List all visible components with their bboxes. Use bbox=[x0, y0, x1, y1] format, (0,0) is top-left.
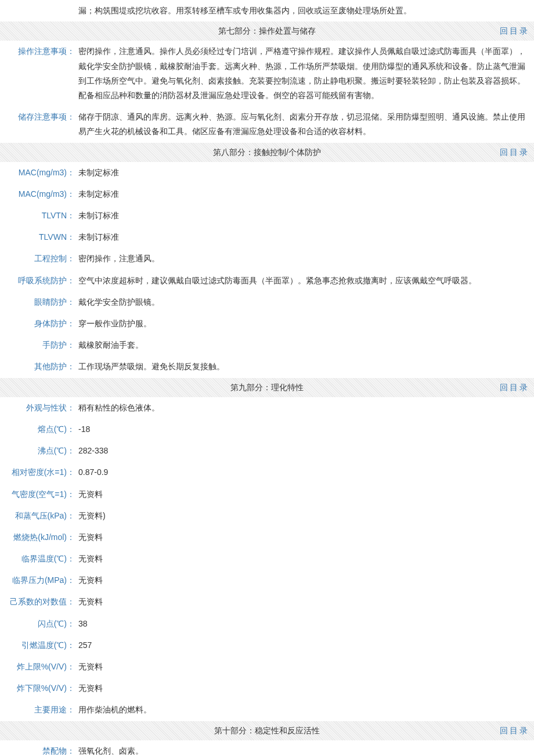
row-value: 漏；构筑围堤或挖坑收容。用泵转移至槽车或专用收集器内，回收或运至废物处理场所处置… bbox=[76, 0, 534, 21]
row-label: 炸下限%(V/V)： bbox=[0, 678, 76, 699]
row-value: 无资料 bbox=[76, 591, 534, 613]
table-row: TLVTN：未制订标准 bbox=[0, 205, 534, 226]
row-value: 0.87-0.9 bbox=[76, 462, 534, 483]
table-row: 临界压力(MPa)：无资料 bbox=[0, 570, 534, 591]
row-label: 气密度(空气=1)： bbox=[0, 484, 76, 505]
table-row: 临界温度(℃)：无资料 bbox=[0, 548, 534, 570]
row-label: 相对密度(水=1)： bbox=[0, 462, 76, 483]
section-header-7: 第七部分：操作处置与储存 回目录 bbox=[0, 21, 534, 41]
row-value: 未制订标准 bbox=[76, 226, 534, 248]
row-value: 储存于阴凉、通风的库房。远离火种、热源。应与氧化剂、卤素分开存放，切忌混储。采用… bbox=[76, 106, 534, 142]
row-value: 无资料 bbox=[76, 678, 534, 699]
table-row: 炸上限%(V/V)：无资料 bbox=[0, 656, 534, 678]
row-label: 工程控制： bbox=[0, 248, 76, 269]
section-header-8: 第八部分：接触控制/个体防护 回目录 bbox=[0, 143, 534, 162]
row-value: 无资料 bbox=[76, 570, 534, 591]
section-title: 第九部分：理化特性 bbox=[0, 380, 534, 395]
row-value: 未制定标准 bbox=[76, 183, 534, 205]
table-row: TLVWN：未制订标准 bbox=[0, 226, 534, 248]
table-row: 工程控制：密闭操作，注意通风。 bbox=[0, 248, 534, 269]
row-value: 戴化学安全防护眼镜。 bbox=[76, 291, 534, 313]
row-value: 38 bbox=[76, 613, 534, 635]
row-value: 密闭操作，注意通风。 bbox=[76, 248, 534, 269]
msds-table: 漏；构筑围堤或挖坑收容。用泵转移至槽车或专用收集器内，回收或运至废物处理场所处置… bbox=[0, 0, 534, 756]
row-value: 无资料 bbox=[76, 527, 534, 548]
table-row: 手防护：戴橡胶耐油手套。 bbox=[0, 334, 534, 356]
section-header-9: 第九部分：理化特性 回目录 bbox=[0, 378, 534, 397]
row-label: 临界温度(℃)： bbox=[0, 548, 76, 570]
table-row: 和蒸气压(kPa)：无资料) bbox=[0, 505, 534, 527]
row-label: 燃烧热(kJ/mol)： bbox=[0, 527, 76, 548]
row-label: 临界压力(MPa)： bbox=[0, 570, 76, 591]
row-label: 和蒸气压(kPa)： bbox=[0, 505, 76, 527]
row-value: 无资料 bbox=[76, 656, 534, 678]
section-header-10: 第十部分：稳定性和反应活性 回目录 bbox=[0, 721, 534, 740]
row-label: 其他防护： bbox=[0, 356, 76, 377]
section-title: 第七部分：操作处置与储存 bbox=[0, 24, 534, 38]
section-title: 第十部分：稳定性和反应活性 bbox=[0, 723, 534, 738]
table-row: 禁配物：强氧化剂、卤素。 bbox=[0, 740, 534, 756]
row-value: 用作柴油机的燃料。 bbox=[76, 699, 534, 721]
table-row: 燃烧热(kJ/mol)：无资料 bbox=[0, 527, 534, 548]
row-label: 己系数的对数值： bbox=[0, 591, 76, 613]
section-title: 第八部分：接触控制/个体防护 bbox=[0, 145, 534, 160]
table-row: 外观与性状：稍有粘性的棕色液体。 bbox=[0, 397, 534, 419]
table-row: 身体防护：穿一般作业防护服。 bbox=[0, 313, 534, 334]
table-row: 其他防护：工作现场严禁吸烟。避免长期反复接触。 bbox=[0, 356, 534, 377]
back-to-toc-link[interactable]: 回目录 bbox=[500, 24, 529, 38]
row-label: 眼睛防护： bbox=[0, 291, 76, 313]
row-label: 身体防护： bbox=[0, 313, 76, 334]
row-value: 稍有粘性的棕色液体。 bbox=[76, 397, 534, 419]
table-row: 相对密度(水=1)：0.87-0.9 bbox=[0, 462, 534, 483]
table-row: MAC(mg/m3)：未制定标准 bbox=[0, 183, 534, 205]
row-label: MAC(mg/m3)： bbox=[0, 183, 76, 205]
back-to-toc-link[interactable]: 回目录 bbox=[500, 380, 529, 395]
row-label bbox=[0, 0, 76, 21]
table-row: 储存注意事项： 储存于阴凉、通风的库房。远离火种、热源。应与氧化剂、卤素分开存放… bbox=[0, 106, 534, 142]
back-to-toc-link[interactable]: 回目录 bbox=[500, 145, 529, 160]
row-value: 无资料 bbox=[76, 484, 534, 505]
row-value: 空气中浓度超标时，建议佩戴自吸过滤式防毒面具（半面罩）。紧急事态抢救或撤离时，应… bbox=[76, 270, 534, 291]
row-label: 禁配物： bbox=[0, 740, 76, 756]
row-label: 引燃温度(℃)： bbox=[0, 635, 76, 656]
row-value: 无资料 bbox=[76, 548, 534, 570]
row-label: 储存注意事项： bbox=[0, 106, 76, 142]
row-value: 282-338 bbox=[76, 440, 534, 462]
row-label: 沸点(℃)： bbox=[0, 440, 76, 462]
table-row: 眼睛防护：戴化学安全防护眼镜。 bbox=[0, 291, 534, 313]
row-label: 主要用途： bbox=[0, 699, 76, 721]
row-label: 外观与性状： bbox=[0, 397, 76, 419]
row-value: 工作现场严禁吸烟。避免长期反复接触。 bbox=[76, 356, 534, 377]
table-row: 己系数的对数值：无资料 bbox=[0, 591, 534, 613]
back-to-toc-link[interactable]: 回目录 bbox=[500, 723, 529, 738]
table-row: 漏；构筑围堤或挖坑收容。用泵转移至槽车或专用收集器内，回收或运至废物处理场所处置… bbox=[0, 0, 534, 21]
row-value: 戴橡胶耐油手套。 bbox=[76, 334, 534, 356]
table-row: 熔点(℃)：-18 bbox=[0, 419, 534, 440]
row-value: 穿一般作业防护服。 bbox=[76, 313, 534, 334]
row-label: 呼吸系统防护： bbox=[0, 270, 76, 291]
table-row: MAC(mg/m3)：未制定标准 bbox=[0, 162, 534, 183]
table-row: 炸下限%(V/V)：无资料 bbox=[0, 678, 534, 699]
row-label: 手防护： bbox=[0, 334, 76, 356]
row-label: 炸上限%(V/V)： bbox=[0, 656, 76, 678]
row-value: 无资料) bbox=[76, 505, 534, 527]
row-label: TLVWN： bbox=[0, 226, 76, 248]
table-row: 气密度(空气=1)：无资料 bbox=[0, 484, 534, 505]
row-value: -18 bbox=[76, 419, 534, 440]
table-row: 主要用途：用作柴油机的燃料。 bbox=[0, 699, 534, 721]
row-label: 熔点(℃)： bbox=[0, 419, 76, 440]
row-value: 强氧化剂、卤素。 bbox=[76, 740, 534, 756]
row-value: 257 bbox=[76, 635, 534, 656]
row-label: MAC(mg/m3)： bbox=[0, 162, 76, 183]
table-row: 沸点(℃)：282-338 bbox=[0, 440, 534, 462]
table-row: 引燃温度(℃)：257 bbox=[0, 635, 534, 656]
row-label: 闪点(℃)： bbox=[0, 613, 76, 635]
row-label: TLVTN： bbox=[0, 205, 76, 226]
table-row: 操作注意事项： 密闭操作，注意通风。操作人员必须经过专门培训，严格遵守操作规程。… bbox=[0, 41, 534, 106]
table-row: 呼吸系统防护：空气中浓度超标时，建议佩戴自吸过滤式防毒面具（半面罩）。紧急事态抢… bbox=[0, 270, 534, 291]
row-value: 密闭操作，注意通风。操作人员必须经过专门培训，严格遵守操作规程。建议操作人员佩戴… bbox=[76, 41, 534, 106]
row-label: 操作注意事项： bbox=[0, 41, 76, 106]
row-value: 未制定标准 bbox=[76, 162, 534, 183]
row-value: 未制订标准 bbox=[76, 205, 534, 226]
table-row: 闪点(℃)：38 bbox=[0, 613, 534, 635]
